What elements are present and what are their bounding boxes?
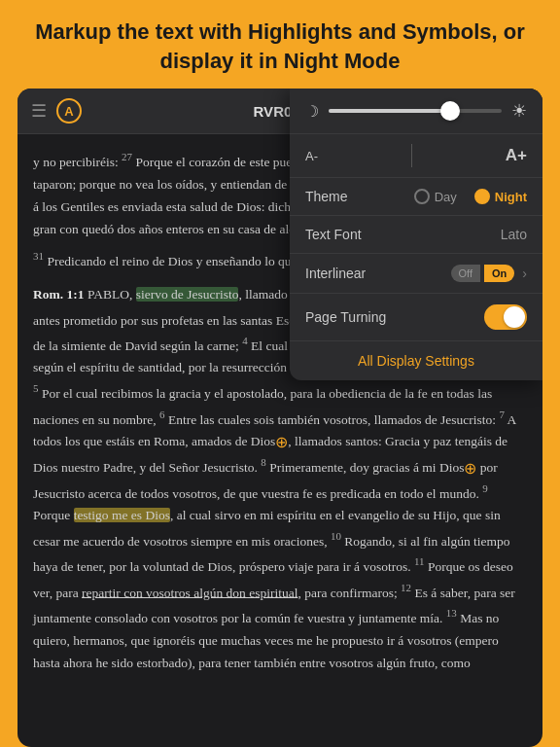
verse-number-8: 8 <box>261 456 266 468</box>
verse-number-11: 11 <box>414 555 425 567</box>
header: Markup the text with Highlights and Symb… <box>0 0 560 89</box>
main-content: ☰ A RVR09S AA y no percibiréis: 27 Porqu… <box>18 89 542 747</box>
brightness-slider[interactable] <box>329 109 502 113</box>
verse-number-12: 12 <box>401 582 411 593</box>
night-label: Night <box>495 190 527 204</box>
day-option[interactable]: Day <box>414 189 457 204</box>
verse-number-27: 27 <box>122 151 132 162</box>
text-font-row: Text Font Lato <box>290 216 542 254</box>
theme-row: Theme Day Night <box>290 178 542 216</box>
verse-number-10: 10 <box>331 530 341 542</box>
font-size-divider <box>411 144 412 167</box>
bible-ref-rom: Rom. 1:1 <box>33 287 85 302</box>
header-title: Markup the text with Highlights and Symb… <box>19 18 541 75</box>
font-size-row: A- A+ <box>290 134 542 178</box>
verse-number-6: 6 <box>159 409 165 420</box>
menu-icon[interactable]: ☰ <box>31 100 47 122</box>
brightness-row: ☽ ☀ <box>290 89 542 134</box>
highlight-siervo: siervo de Jesucristo <box>136 287 239 302</box>
verse-number-7: 7 <box>499 409 505 420</box>
all-display-settings-link[interactable]: All Display Settings <box>290 341 542 380</box>
night-option[interactable]: Night <box>474 189 527 204</box>
toggle-thumb <box>504 306 525 328</box>
font-increase-button[interactable]: A+ <box>506 146 527 165</box>
text-font-value: Lato <box>501 227 527 242</box>
verse-number-13: 13 <box>446 607 457 619</box>
sun-icon: ☀ <box>511 100 527 122</box>
interlinear-on-button[interactable]: On <box>484 265 514 282</box>
day-night-toggle: Day Night <box>414 189 527 204</box>
day-label: Day <box>435 190 457 204</box>
theme-label: Theme <box>305 189 348 204</box>
brightness-fill <box>329 109 450 113</box>
interlinear-row: Interlinear Off On › <box>290 254 542 294</box>
verse-number-9: 9 <box>482 482 488 494</box>
verse-number-31: 31 <box>33 250 44 262</box>
night-radio[interactable] <box>474 189 490 204</box>
page-turning-label: Page Turning <box>305 309 386 325</box>
moon-icon: ☽ <box>305 102 319 121</box>
verse-number-5: 5 <box>33 382 39 394</box>
interlinear-off-button[interactable]: Off <box>451 265 480 282</box>
font-decrease-button[interactable]: A- <box>305 149 318 163</box>
annotation-letter: A <box>64 104 73 119</box>
annotation-icon[interactable]: A <box>56 98 82 124</box>
interlinear-label: Interlinear <box>305 266 366 281</box>
page-turning-toggle[interactable] <box>484 304 527 330</box>
display-settings-panel: ☽ ☀ A- A+ Theme Day Night <box>290 89 542 380</box>
chevron-right-icon: › <box>522 266 527 281</box>
verse-number-4: 4 <box>242 335 248 346</box>
underline-repartir: repartir con vosotros algún don espiritu… <box>82 585 298 599</box>
day-radio[interactable] <box>414 189 430 204</box>
text-font-label: Text Font <box>305 227 362 242</box>
brightness-thumb <box>440 101 460 121</box>
page-turning-row: Page Turning <box>290 294 542 341</box>
top-bar-left: ☰ A <box>31 98 82 124</box>
highlight-testigo: testigo me es Dios <box>74 508 170 522</box>
interlinear-toggle-group: Off On › <box>451 265 527 282</box>
